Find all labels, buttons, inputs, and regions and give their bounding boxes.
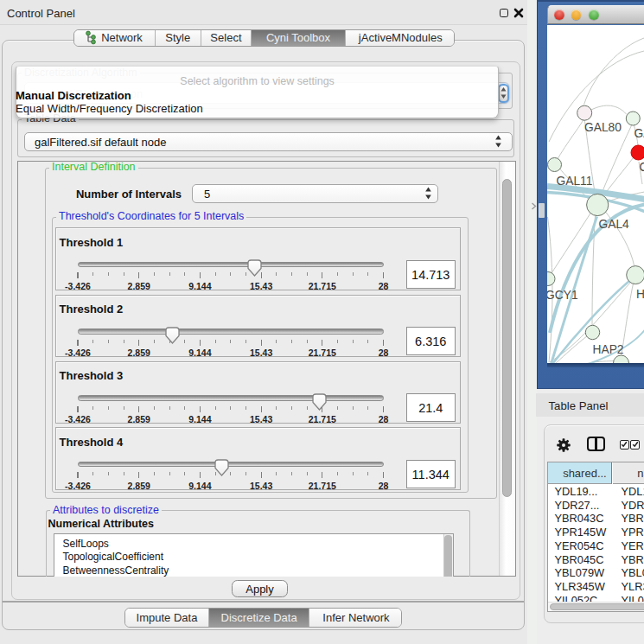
svg-text:GAL4: GAL4 [598, 217, 629, 230]
svg-text:H: H [636, 288, 644, 301]
svg-text:GAL11: GAL11 [556, 174, 592, 187]
svg-text:HAP2: HAP2 [592, 342, 623, 355]
svg-text:GAL80: GAL80 [584, 121, 622, 134]
svg-text:GCY1: GCY1 [547, 289, 578, 302]
svg-text:C: C [639, 160, 644, 173]
svg-text:GA: GA [634, 126, 644, 139]
